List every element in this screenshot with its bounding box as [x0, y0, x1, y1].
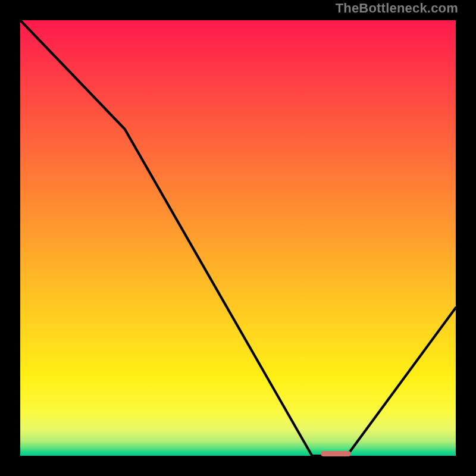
chart-frame: TheBottleneck.com	[0, 0, 476, 476]
watermark-label: TheBottleneck.com	[336, 2, 458, 15]
bottleneck-curve	[20, 20, 456, 456]
plot-area	[20, 20, 456, 456]
optimum-marker	[321, 451, 351, 456]
curve-path	[20, 20, 456, 456]
